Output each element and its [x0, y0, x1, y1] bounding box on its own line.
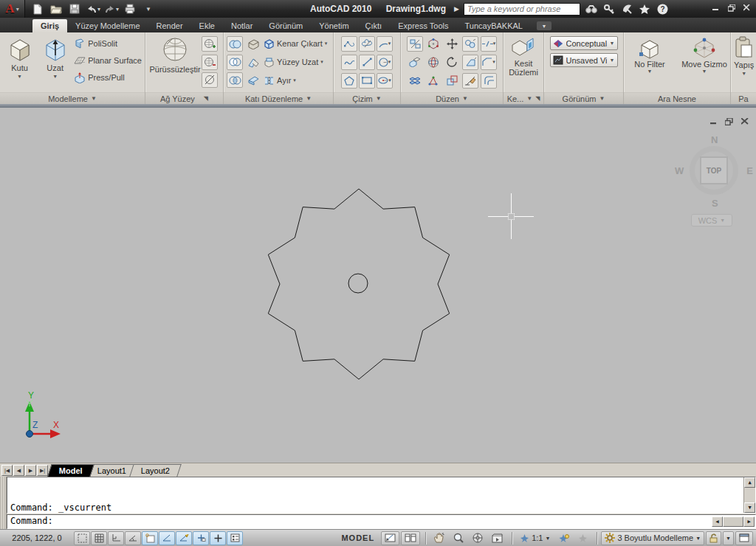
pan-button[interactable]: [430, 531, 448, 545]
viewcube[interactable]: TOP N S W E: [679, 136, 749, 206]
tab-model[interactable]: Model: [47, 464, 94, 477]
quick-properties-toggle[interactable]: [227, 531, 243, 545]
redo-button[interactable]: ▾: [103, 2, 120, 15]
steering-wheel-button[interactable]: [469, 531, 487, 545]
3d-align-button[interactable]: [407, 55, 423, 70]
yapistir-dropdown-icon[interactable]: ▼: [741, 69, 746, 78]
wcs-dropdown[interactable]: WCS ▼: [691, 214, 732, 227]
kutu-button[interactable]: Kutu ▼: [3, 35, 36, 81]
command-hscrollbar[interactable]: ◀ ▶: [712, 516, 755, 527]
tab-yuzey-modelleme[interactable]: Yüzey Modelleme: [67, 19, 148, 32]
no-filter-button[interactable]: No Filter ▼: [627, 35, 673, 74]
otrack-toggle[interactable]: [159, 531, 175, 545]
close-button[interactable]: [740, 2, 753, 13]
3d-rotate-button[interactable]: [425, 55, 441, 70]
offset-button[interactable]: [481, 73, 497, 89]
3d-array-button[interactable]: [407, 73, 423, 89]
search-input[interactable]: [464, 3, 580, 15]
scale-button[interactable]: [462, 55, 478, 70]
help-button[interactable]: ?: [656, 2, 669, 15]
chamfer-dropdown-icon[interactable]: ▾: [492, 59, 495, 65]
ribbon-minimize-button[interactable]: ▼: [537, 21, 551, 30]
save-button[interactable]: [66, 2, 83, 15]
move-gizmo-dropdown-icon[interactable]: ▼: [702, 69, 707, 74]
communication-center-button[interactable]: [620, 2, 633, 15]
tab-layout2[interactable]: Layout2: [129, 464, 182, 477]
scroll-up-icon[interactable]: ▲: [744, 477, 755, 488]
tab-notlar[interactable]: Notlar: [223, 19, 261, 32]
command-window-grip[interactable]: [0, 477, 7, 529]
move-gizmo-button[interactable]: Move Gizmo ▼: [681, 35, 727, 74]
plot-button[interactable]: [122, 2, 138, 15]
circle-dropdown-icon[interactable]: ▾: [388, 59, 391, 65]
ayir-button[interactable]: Ayır ▾: [264, 73, 296, 88]
dynamic-input-toggle[interactable]: [210, 531, 226, 545]
doc-minimize-button[interactable]: [708, 117, 719, 126]
panel-label-ag-yuzey[interactable]: Ağ Yüzey ◥: [145, 92, 223, 104]
star-polygon[interactable]: [268, 189, 449, 379]
break-button[interactable]: ▾: [481, 36, 497, 52]
prev-tab-button[interactable]: ◀: [13, 465, 24, 476]
subscription-button[interactable]: [602, 2, 616, 15]
yuzey-uzat-button[interactable]: Yüzey Uzat ▾: [264, 55, 323, 69]
stretch-button[interactable]: [407, 36, 423, 52]
mesh-refine-button[interactable]: [202, 36, 218, 52]
polygon-button[interactable]: [341, 73, 357, 89]
workspace-switcher[interactable]: 3 Boyutlu Modelleme ▼: [601, 531, 704, 545]
visual-style-dropdown[interactable]: Conceptual ▼: [550, 36, 618, 50]
undo-dropdown-arrow-icon[interactable]: ▾: [97, 6, 100, 13]
union-button[interactable]: [227, 36, 243, 52]
center-circle[interactable]: [348, 274, 368, 293]
rectangle-button[interactable]: [359, 73, 375, 89]
scroll-left-icon[interactable]: ◀: [712, 516, 723, 527]
model-space-button[interactable]: [381, 531, 399, 545]
intersect-button[interactable]: [227, 72, 243, 88]
first-tab-button[interactable]: |◀: [1, 465, 13, 476]
scroll-right-icon[interactable]: ▶: [743, 516, 755, 527]
kenar-cikart-button[interactable]: Kenar Çıkart ▾: [264, 36, 327, 51]
zoom-button[interactable]: [450, 531, 467, 545]
next-tab-button[interactable]: ▶: [25, 465, 36, 476]
viewcube-west[interactable]: W: [675, 165, 684, 176]
align-button[interactable]: [425, 73, 441, 89]
open-file-button[interactable]: [48, 2, 64, 15]
osnap-toggle[interactable]: [142, 531, 158, 545]
model-paper-toggle[interactable]: MODEL: [336, 531, 379, 545]
undo-button[interactable]: ▾: [85, 2, 101, 15]
favorites-button[interactable]: [638, 2, 651, 15]
uzat-dropdown-icon[interactable]: ▼: [52, 72, 58, 81]
drawing-canvas[interactable]: X Y Z TOP N S W E WCS ▼: [0, 108, 756, 463]
tab-cikti[interactable]: Çıktı: [357, 19, 391, 32]
no-filter-dropdown-icon[interactable]: ▼: [647, 69, 653, 74]
coordinates-display[interactable]: 2205, 1222, 0: [0, 533, 74, 542]
polisolit-button[interactable]: PoliSolit: [74, 36, 142, 51]
new-file-button[interactable]: [30, 2, 46, 15]
tab-giris[interactable]: Giriş: [32, 19, 67, 32]
tab-gorunum[interactable]: Görünüm: [261, 19, 311, 32]
kenar-cikart-dropdown-icon[interactable]: ▾: [325, 41, 328, 46]
uzat-button[interactable]: Uzat ▼: [38, 35, 72, 81]
tab-tuncaybakkal[interactable]: TuncayBAKKAL: [456, 19, 530, 32]
command-input[interactable]: Command: ◀ ▶: [7, 514, 756, 529]
spline-button[interactable]: [341, 55, 357, 70]
restore-button[interactable]: [725, 2, 738, 13]
mesh-smooth-less-button[interactable]: [202, 55, 218, 70]
rotate-button[interactable]: [444, 55, 460, 70]
ducs-toggle[interactable]: [176, 531, 192, 545]
ellipse-button[interactable]: ▾: [377, 73, 393, 89]
status-bar-menu-button[interactable]: ▼: [723, 531, 734, 545]
infocenter-collapse-icon[interactable]: ▶: [454, 5, 459, 13]
panel-label-kati-duzenleme[interactable]: Katı Düzenleme ▼: [224, 92, 333, 104]
search-button[interactable]: [585, 2, 598, 15]
panel-label-kesit[interactable]: Ke... ▼ ◥: [504, 92, 543, 104]
command-history[interactable]: Command: _vscurrent Enter an option [2dw…: [7, 477, 756, 514]
move-button[interactable]: [444, 36, 460, 52]
doc-close-button[interactable]: [739, 117, 750, 126]
press-pull-button[interactable]: Press/Pull: [74, 70, 142, 85]
annotation-autoscale-button[interactable]: [574, 531, 591, 545]
arc-button[interactable]: ▾: [377, 36, 393, 52]
arc-dropdown-icon[interactable]: ▾: [388, 41, 391, 46]
panel-label-gorunum[interactable]: Görünüm ▼: [544, 92, 623, 104]
mesh-no-smooth-button[interactable]: [202, 72, 218, 88]
toolbar-lock-button[interactable]: [706, 531, 721, 545]
